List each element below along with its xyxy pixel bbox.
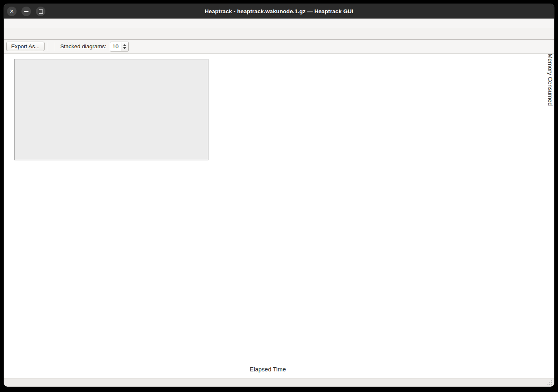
stacked-diagrams-label: Stacked diagrams: [60, 43, 106, 49]
app-window: ✕ Heaptrack - heaptrack.wakunode.1.gz — … [4, 4, 554, 387]
stacked-diagrams-value[interactable]: 10 [110, 42, 121, 51]
toolbar: Export As... Stacked diagrams: 10 [4, 39, 554, 54]
x-axis-title: Elapsed Time [4, 366, 532, 373]
menu-bar [4, 19, 554, 28]
y-axis-title: Memory Consumed [547, 54, 553, 359]
toolbar-separator [48, 42, 48, 51]
toolbar-separator [55, 42, 55, 51]
consumed-chart[interactable]: Elapsed Time Memory Consumed [4, 54, 554, 378]
spinner-down-icon[interactable] [123, 47, 126, 49]
stacked-diagrams-spinner[interactable]: 10 [110, 42, 129, 52]
status-bar [4, 378, 554, 387]
spinner-up-icon[interactable] [123, 44, 126, 46]
resize-grip-icon[interactable] [547, 380, 552, 385]
export-as-button[interactable]: Export As... [6, 42, 45, 51]
chart-legend [14, 59, 208, 160]
title-bar[interactable]: ✕ Heaptrack - heaptrack.wakunode.1.gz — … [4, 4, 554, 19]
window-title: Heaptrack - heaptrack.wakunode.1.gz — He… [4, 4, 554, 19]
tab-bar [4, 28, 554, 39]
